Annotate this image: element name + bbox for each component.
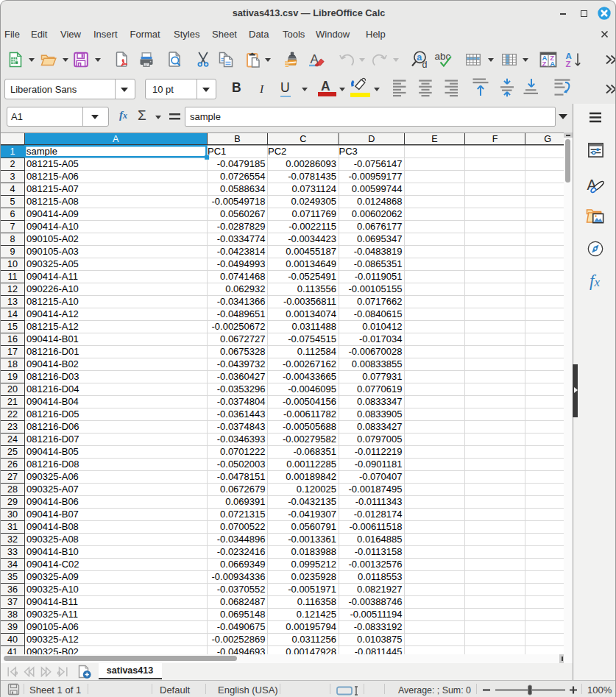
svg-text:0.0560791: 0.0560791 (291, 521, 336, 532)
svg-text:-0.00549718: -0.00549718 (211, 196, 265, 207)
svg-text:0.077931: 0.077931 (362, 371, 402, 382)
svg-text:090414-C02: 090414-C02 (26, 559, 79, 570)
svg-text:0.0588634: 0.0588634 (220, 183, 265, 194)
svg-text:-0.0494993: -0.0494993 (217, 258, 266, 269)
svg-text:-0.0046095: -0.0046095 (288, 383, 336, 395)
svg-text:-0.0344896: -0.0344896 (217, 534, 266, 545)
svg-text:0.0560267: 0.0560267 (220, 208, 265, 219)
svg-text:-0.00252869: -0.00252869 (211, 634, 265, 645)
svg-text:-0.0901181: -0.0901181 (355, 459, 403, 470)
svg-text:0.0770619: 0.0770619 (357, 383, 402, 395)
svg-text:081215-A12: 081215-A12 (26, 321, 79, 332)
svg-text:9: 9 (10, 247, 15, 257)
svg-text:-0.0112219: -0.0112219 (355, 446, 403, 457)
svg-text:-0.00611518: -0.00611518 (349, 521, 402, 532)
svg-text:23: 23 (7, 422, 18, 432)
svg-text:21: 21 (7, 397, 18, 407)
svg-text:-0.0013361: -0.0013361 (288, 534, 336, 545)
svg-text:090105-A06: 090105-A06 (26, 621, 79, 632)
svg-text:-0.0113158: -0.0113158 (355, 546, 403, 557)
svg-text:4: 4 (10, 184, 15, 194)
svg-text:18: 18 (7, 359, 18, 369)
svg-text:8: 8 (10, 234, 15, 244)
svg-text:-0.00511194: -0.00511194 (350, 609, 402, 620)
svg-text:-0.00505688: -0.00505688 (283, 421, 336, 432)
svg-text:0.0672679: 0.0672679 (220, 484, 265, 495)
svg-text:G: G (544, 134, 551, 144)
svg-text:-0.0490675: -0.0490675 (217, 621, 266, 632)
svg-text:-0.017034: -0.017034 (359, 333, 403, 344)
svg-text:090414-A11: 090414-A11 (26, 271, 78, 282)
svg-text:081216-D08: 081216-D08 (26, 459, 79, 470)
svg-text:0.120025: 0.120025 (297, 484, 336, 495)
svg-text:-0.00959177: -0.00959177 (348, 171, 402, 182)
svg-text:7: 7 (10, 222, 15, 232)
svg-text:-0.0119051: -0.0119051 (355, 271, 403, 282)
svg-text:090414-B11: 090414-B11 (26, 596, 78, 607)
svg-text:0.00134649: 0.00134649 (286, 258, 336, 269)
svg-text:090325-A09: 090325-A09 (26, 571, 79, 582)
svg-text:28: 28 (7, 484, 18, 495)
svg-text:-0.0756147: -0.0756147 (354, 158, 403, 169)
svg-text:PC1: PC1 (208, 146, 226, 157)
svg-text:-0.070407: -0.070407 (359, 471, 403, 482)
svg-text:-0.068351: -0.068351 (293, 446, 336, 457)
svg-text:0.0726554: 0.0726554 (220, 171, 265, 182)
svg-text:14: 14 (7, 309, 18, 319)
svg-text:090414-B01: 090414-B01 (26, 333, 79, 344)
svg-text:-0.00267162: -0.00267162 (283, 358, 336, 369)
svg-text:-0.00105155: -0.00105155 (348, 283, 402, 294)
svg-text:34: 34 (7, 559, 18, 570)
svg-text:6: 6 (10, 209, 15, 219)
svg-text:-0.0353296: -0.0353296 (217, 383, 266, 395)
svg-text:26: 26 (7, 459, 18, 470)
svg-text:0.0103875: 0.0103875 (357, 634, 402, 645)
svg-text:0.0701222: 0.0701222 (220, 446, 265, 457)
svg-text:3: 3 (10, 171, 15, 182)
svg-text:0.0118553: 0.0118553 (358, 571, 403, 582)
svg-text:-0.0489651: -0.0489651 (217, 308, 266, 319)
svg-text:-0.0232416: -0.0232416 (217, 546, 266, 557)
svg-text:0.0676177: 0.0676177 (357, 221, 402, 232)
svg-text:081216-D06: 081216-D06 (26, 421, 79, 432)
svg-text:C: C (300, 134, 306, 144)
svg-text:-0.00279582: -0.00279582 (283, 434, 336, 445)
svg-text:081216-D03: 081216-D03 (26, 371, 79, 382)
svg-text:A: A (113, 134, 119, 144)
svg-text:0.00602062: 0.00602062 (352, 208, 403, 219)
svg-text:0.0833347: 0.0833347 (357, 396, 402, 407)
svg-text:29: 29 (7, 497, 18, 507)
svg-text:F: F (492, 134, 498, 144)
svg-text:15: 15 (7, 322, 18, 332)
svg-text:19: 19 (7, 372, 18, 382)
svg-text:0.069391: 0.069391 (225, 496, 265, 507)
svg-text:081215-A08: 081215-A08 (26, 196, 79, 207)
svg-text:11: 11 (7, 272, 17, 282)
svg-text:35: 35 (7, 572, 18, 582)
svg-text:32: 32 (7, 534, 18, 545)
svg-text:PC2: PC2 (268, 146, 286, 157)
svg-text:090325-A08: 090325-A08 (26, 534, 79, 545)
svg-text:E: E (431, 134, 437, 144)
svg-text:41: 41 (7, 647, 18, 654)
svg-text:-0.0346393: -0.0346393 (217, 434, 266, 445)
svg-text:0.0700522: 0.0700522 (220, 521, 265, 532)
svg-text:090325-A12: 090325-A12 (26, 634, 79, 645)
svg-text:-0.0022115: -0.0022115 (288, 221, 336, 232)
svg-text:20: 20 (7, 384, 18, 395)
svg-text:-0.0432135: -0.0432135 (288, 496, 336, 507)
svg-text:-0.0494693: -0.0494693 (217, 646, 266, 654)
svg-text:-0.00934336: -0.00934336 (211, 571, 265, 582)
svg-text:090325-A07: 090325-A07 (26, 484, 79, 495)
svg-text:-0.00388746: -0.00388746 (348, 596, 402, 607)
svg-text:-0.0754515: -0.0754515 (288, 333, 336, 344)
svg-text:39: 39 (7, 622, 18, 632)
svg-text:12: 12 (7, 284, 18, 294)
svg-text:1: 1 (10, 146, 15, 157)
svg-text:0.0124868: 0.0124868 (357, 196, 402, 207)
svg-text:-0.0360427: -0.0360427 (217, 371, 266, 382)
svg-text:090414-B02: 090414-B02 (26, 358, 79, 369)
svg-text:-0.00250672: -0.00250672 (211, 321, 265, 332)
svg-text:090325-A10: 090325-A10 (26, 584, 79, 595)
svg-text:-0.0287829: -0.0287829 (217, 221, 266, 232)
